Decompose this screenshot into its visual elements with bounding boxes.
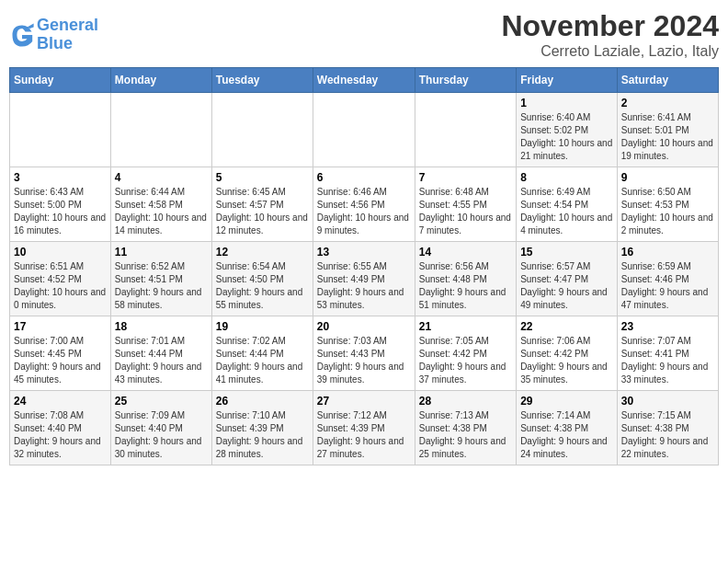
day-number: 12 [216,246,309,259]
calendar-cell: 2Sunrise: 6:41 AM Sunset: 5:01 PM Daylig… [617,93,718,167]
day-number: 21 [419,320,512,333]
calendar-cell: 7Sunrise: 6:48 AM Sunset: 4:55 PM Daylig… [415,167,516,242]
weekday-header: Tuesday [211,68,313,93]
logo-line2: Blue [37,34,73,52]
calendar-cell: 17Sunrise: 7:00 AM Sunset: 4:45 PM Dayli… [10,316,111,391]
day-number: 16 [621,246,714,259]
day-info: Sunrise: 6:51 AM Sunset: 4:52 PM Dayligh… [14,260,107,312]
day-info: Sunrise: 7:00 AM Sunset: 4:45 PM Dayligh… [14,335,107,386]
day-info: Sunrise: 7:02 AM Sunset: 4:44 PM Dayligh… [216,335,309,386]
calendar-cell [10,93,111,167]
calendar-table: SundayMondayTuesdayWednesdayThursdayFrid… [9,67,719,465]
day-number: 24 [14,395,107,408]
calendar-cell: 25Sunrise: 7:09 AM Sunset: 4:40 PM Dayli… [110,391,211,465]
day-info: Sunrise: 6:55 AM Sunset: 4:49 PM Dayligh… [317,260,411,312]
calendar-cell [415,93,516,167]
day-number: 28 [419,395,512,408]
day-info: Sunrise: 7:12 AM Sunset: 4:39 PM Dayligh… [317,409,411,461]
calendar-cell [313,93,415,167]
day-info: Sunrise: 6:52 AM Sunset: 4:51 PM Dayligh… [115,260,208,312]
day-info: Sunrise: 7:07 AM Sunset: 4:41 PM Dayligh… [621,335,714,386]
day-number: 30 [621,395,714,408]
calendar-cell: 19Sunrise: 7:02 AM Sunset: 4:44 PM Dayli… [211,316,313,391]
calendar-cell: 10Sunrise: 6:51 AM Sunset: 4:52 PM Dayli… [10,242,111,316]
calendar-cell: 27Sunrise: 7:12 AM Sunset: 4:39 PM Dayli… [313,391,415,465]
day-info: Sunrise: 7:05 AM Sunset: 4:42 PM Dayligh… [419,335,512,386]
calendar-cell: 12Sunrise: 6:54 AM Sunset: 4:50 PM Dayli… [211,242,313,316]
day-info: Sunrise: 7:10 AM Sunset: 4:39 PM Dayligh… [216,409,309,461]
day-number: 29 [520,395,613,408]
calendar-cell [110,93,211,167]
calendar-cell: 6Sunrise: 6:46 AM Sunset: 4:56 PM Daylig… [313,167,415,242]
calendar-cell: 20Sunrise: 7:03 AM Sunset: 4:43 PM Dayli… [313,316,415,391]
day-info: Sunrise: 6:43 AM Sunset: 5:00 PM Dayligh… [14,186,107,237]
day-number: 25 [115,395,208,408]
weekday-header: Thursday [415,68,516,93]
calendar-cell: 3Sunrise: 6:43 AM Sunset: 5:00 PM Daylig… [10,167,111,242]
calendar-cell: 13Sunrise: 6:55 AM Sunset: 4:49 PM Dayli… [313,242,415,316]
day-info: Sunrise: 6:54 AM Sunset: 4:50 PM Dayligh… [216,260,309,312]
day-number: 10 [14,246,107,259]
logo-icon [9,22,35,48]
day-info: Sunrise: 6:48 AM Sunset: 4:55 PM Dayligh… [419,186,512,237]
day-info: Sunrise: 7:03 AM Sunset: 4:43 PM Dayligh… [317,335,411,386]
day-number: 17 [14,320,107,333]
day-number: 18 [115,320,208,333]
calendar-week-row: 10Sunrise: 6:51 AM Sunset: 4:52 PM Dayli… [10,242,719,316]
logo-line1: General [37,16,98,34]
location-title: Cerreto Laziale, Lazio, Italy [501,43,719,60]
day-number: 6 [317,171,411,184]
day-number: 22 [520,320,613,333]
day-number: 9 [621,171,714,184]
weekday-header: Sunday [10,68,111,93]
day-info: Sunrise: 6:59 AM Sunset: 4:46 PM Dayligh… [621,260,714,312]
calendar-cell: 14Sunrise: 6:56 AM Sunset: 4:48 PM Dayli… [415,242,516,316]
day-number: 19 [216,320,309,333]
title-block: November 2024 Cerreto Laziale, Lazio, It… [501,9,719,60]
calendar-cell [211,93,313,167]
weekday-header: Saturday [617,68,718,93]
day-number: 1 [520,97,613,109]
day-info: Sunrise: 7:06 AM Sunset: 4:42 PM Dayligh… [520,335,613,386]
day-number: 5 [216,171,309,184]
day-number: 20 [317,320,411,333]
day-info: Sunrise: 6:49 AM Sunset: 4:54 PM Dayligh… [520,186,613,237]
calendar-cell: 21Sunrise: 7:05 AM Sunset: 4:42 PM Dayli… [415,316,516,391]
day-info: Sunrise: 7:15 AM Sunset: 4:38 PM Dayligh… [621,409,714,461]
day-info: Sunrise: 7:08 AM Sunset: 4:40 PM Dayligh… [14,409,107,461]
weekday-header: Wednesday [313,68,415,93]
calendar-week-row: 17Sunrise: 7:00 AM Sunset: 4:45 PM Dayli… [10,316,719,391]
day-info: Sunrise: 6:50 AM Sunset: 4:53 PM Dayligh… [621,186,714,237]
day-number: 11 [115,246,208,259]
day-info: Sunrise: 7:09 AM Sunset: 4:40 PM Dayligh… [115,409,208,461]
day-number: 27 [317,395,411,408]
day-number: 8 [520,171,613,184]
calendar-cell: 4Sunrise: 6:44 AM Sunset: 4:58 PM Daylig… [110,167,211,242]
page-header: General Blue November 2024 Cerreto Lazia… [9,9,719,60]
day-info: Sunrise: 7:01 AM Sunset: 4:44 PM Dayligh… [115,335,208,386]
calendar-cell: 1Sunrise: 6:40 AM Sunset: 5:02 PM Daylig… [517,93,618,167]
weekday-header: Monday [110,68,211,93]
day-info: Sunrise: 6:57 AM Sunset: 4:47 PM Dayligh… [520,260,613,312]
day-number: 7 [419,171,512,184]
day-info: Sunrise: 6:44 AM Sunset: 4:58 PM Dayligh… [115,186,208,237]
day-number: 15 [520,246,613,259]
calendar-cell: 9Sunrise: 6:50 AM Sunset: 4:53 PM Daylig… [617,167,718,242]
day-number: 26 [216,395,309,408]
day-number: 3 [14,171,107,184]
calendar-week-row: 3Sunrise: 6:43 AM Sunset: 5:00 PM Daylig… [10,167,719,242]
day-info: Sunrise: 6:56 AM Sunset: 4:48 PM Dayligh… [419,260,512,312]
calendar-cell: 15Sunrise: 6:57 AM Sunset: 4:47 PM Dayli… [517,242,618,316]
calendar-week-row: 1Sunrise: 6:40 AM Sunset: 5:02 PM Daylig… [10,93,719,167]
calendar-cell: 16Sunrise: 6:59 AM Sunset: 4:46 PM Dayli… [617,242,718,316]
calendar-cell: 22Sunrise: 7:06 AM Sunset: 4:42 PM Dayli… [517,316,618,391]
day-number: 14 [419,246,512,259]
calendar-cell: 23Sunrise: 7:07 AM Sunset: 4:41 PM Dayli… [617,316,718,391]
day-info: Sunrise: 7:13 AM Sunset: 4:38 PM Dayligh… [419,409,512,461]
month-title: November 2024 [501,9,719,43]
day-info: Sunrise: 6:45 AM Sunset: 4:57 PM Dayligh… [216,186,309,237]
day-info: Sunrise: 6:46 AM Sunset: 4:56 PM Dayligh… [317,186,411,237]
day-number: 23 [621,320,714,333]
calendar-cell: 11Sunrise: 6:52 AM Sunset: 4:51 PM Dayli… [110,242,211,316]
day-info: Sunrise: 6:40 AM Sunset: 5:02 PM Dayligh… [520,111,613,163]
